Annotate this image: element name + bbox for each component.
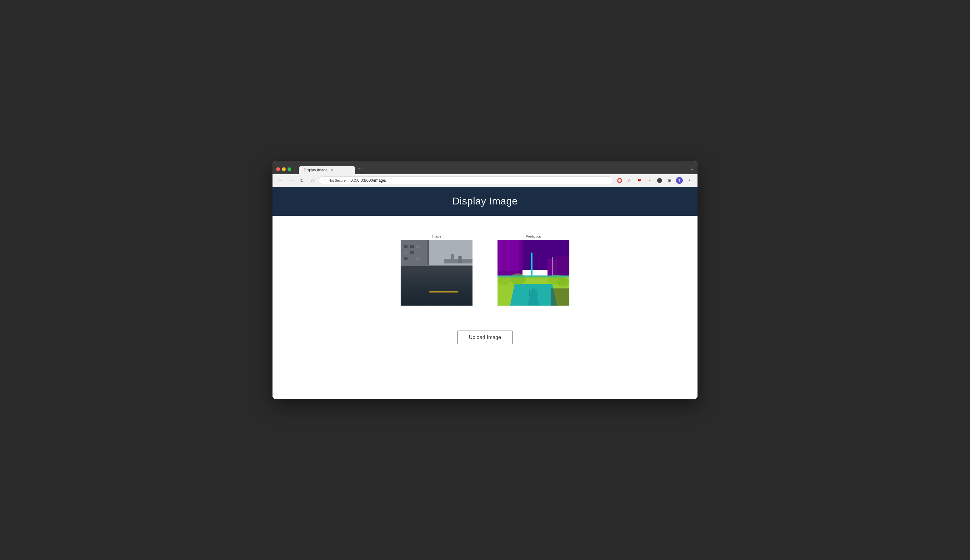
bookmark-icon: ☆ [627,178,632,183]
extension2-button[interactable]: 🔸 [645,176,654,185]
prediction-image [497,240,569,306]
active-tab[interactable]: Display Image ✕ [299,166,355,174]
extensions-button[interactable]: ⚙ [665,176,674,185]
image-label: Image [432,235,442,238]
profile-button[interactable]: T [675,176,684,185]
street-scene-svg [401,240,473,306]
svg-rect-26 [497,240,519,271]
menu-icon: ⋮ [687,178,692,183]
extension2-icon: 🔸 [647,178,652,183]
extension1-button[interactable]: ❤ [635,176,644,185]
extension3-icon: ⚫ [657,178,662,183]
back-icon: ← [278,178,283,183]
svg-rect-35 [537,290,537,296]
prediction-label: Prediction [526,235,541,238]
svg-rect-15 [405,271,421,277]
page-title: Display Image [281,195,689,207]
page-header: Display Image [273,187,697,216]
svg-rect-8 [404,257,408,260]
svg-rect-14 [402,273,426,287]
svg-rect-7 [410,251,414,254]
svg-rect-23 [458,256,462,263]
prediction-image-panel: Prediction [497,235,569,306]
back-button[interactable]: ← [276,176,285,185]
svg-rect-16 [426,268,426,278]
browser-chrome: Display Image ✕ + ⌄ ← → ↻ ⌂ ⚠ Not Sec [273,162,697,187]
forward-icon: → [289,178,293,183]
new-tab-button[interactable]: + [355,165,363,173]
url-text: 0.0.0.0:8000/image/ [350,178,386,183]
svg-point-39 [557,278,569,287]
svg-rect-4 [410,245,414,248]
svg-rect-10 [401,274,473,306]
nav-bar: ← → ↻ ⌂ ⚠ Not Secure | 0.0.0.0:8000/imag… [273,174,697,187]
original-image [401,240,473,306]
browser-actions: ⭕ ☆ ❤ 🔸 ⚫ ⚙ T [615,176,694,185]
traffic-lights [276,167,291,171]
images-container: Image [401,235,569,306]
svg-rect-3 [404,245,408,248]
svg-rect-11 [401,284,473,306]
svg-rect-28 [555,256,569,276]
original-image-panel: Image [401,235,473,306]
extension1-icon: ❤ [637,178,641,183]
page-content: Display Image Image [273,187,697,399]
extension3-button[interactable]: ⚫ [655,176,664,185]
close-traffic-light[interactable] [276,167,280,171]
minimize-traffic-light[interactable] [282,167,286,171]
svg-rect-34 [529,290,530,296]
maximize-traffic-light[interactable] [288,167,291,171]
expand-button[interactable]: ⌄ [690,166,694,171]
home-icon: ⌂ [311,178,314,183]
svg-rect-13 [420,288,424,298]
address-bar[interactable]: ⚠ Not Secure | 0.0.0.0:8000/image/ [319,177,613,184]
puzzle-icon: ⚙ [667,178,672,183]
page-body: Image [273,216,697,357]
svg-rect-18 [449,269,450,278]
refresh-icon: ↻ [300,178,304,183]
title-bar: Display Image ✕ + ⌄ [273,162,697,174]
avatar-icon: T [676,177,683,184]
svg-rect-5 [416,245,420,248]
svg-rect-6 [404,251,408,254]
svg-rect-12 [415,288,419,298]
home-button[interactable]: ⌂ [308,176,317,185]
prediction-scene-svg [497,240,569,306]
security-warning-label: Not Secure [328,178,346,182]
svg-rect-40 [550,288,569,306]
menu-button[interactable]: ⋮ [685,176,694,185]
security-warning-icon: ⚠ [323,178,326,182]
svg-rect-17 [438,268,439,278]
upload-image-button[interactable]: Upload Image [457,330,512,344]
bookmark-button[interactable]: ☆ [625,176,634,185]
refresh-button[interactable]: ↻ [298,176,306,185]
svg-rect-20 [427,265,473,278]
url-separator: | [348,178,348,183]
browser-window: Display Image ✕ + ⌄ ← → ↻ ⌂ ⚠ Not Sec [273,162,697,399]
share-button[interactable]: ⭕ [615,176,624,185]
svg-rect-22 [451,254,454,263]
tab-title: Display Image [304,168,328,172]
svg-rect-9 [416,257,420,260]
svg-rect-19 [402,287,426,293]
share-icon: ⭕ [617,178,622,183]
tab-close-button[interactable]: ✕ [330,168,334,172]
svg-rect-41 [497,275,569,278]
tab-bar: Display Image ✕ + [299,165,687,174]
forward-button[interactable]: → [287,176,296,185]
